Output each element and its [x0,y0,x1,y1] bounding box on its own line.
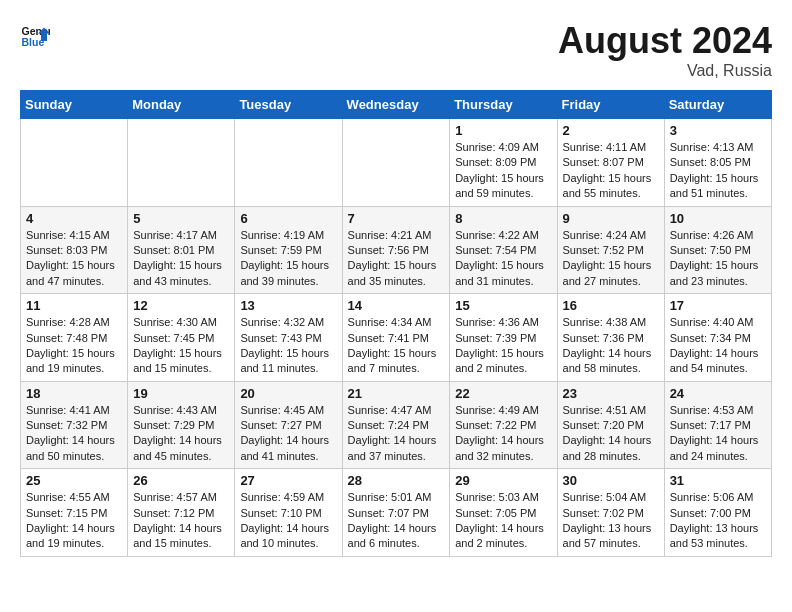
day-info: Sunrise: 4:13 AM Sunset: 8:05 PM Dayligh… [670,140,766,202]
day-number: 29 [455,473,551,488]
calendar-cell: 6Sunrise: 4:19 AM Sunset: 7:59 PM Daylig… [235,206,342,294]
day-number: 12 [133,298,229,313]
day-info: Sunrise: 4:26 AM Sunset: 7:50 PM Dayligh… [670,228,766,290]
day-of-week-header: Saturday [664,91,771,119]
calendar-cell: 18Sunrise: 4:41 AM Sunset: 7:32 PM Dayli… [21,381,128,469]
day-number: 21 [348,386,445,401]
day-info: Sunrise: 4:21 AM Sunset: 7:56 PM Dayligh… [348,228,445,290]
day-info: Sunrise: 4:15 AM Sunset: 8:03 PM Dayligh… [26,228,122,290]
day-number: 10 [670,211,766,226]
day-number: 16 [563,298,659,313]
calendar-cell: 7Sunrise: 4:21 AM Sunset: 7:56 PM Daylig… [342,206,450,294]
calendar-cell: 30Sunrise: 5:04 AM Sunset: 7:02 PM Dayli… [557,469,664,557]
day-info: Sunrise: 4:53 AM Sunset: 7:17 PM Dayligh… [670,403,766,465]
svg-text:Blue: Blue [22,36,45,48]
calendar-cell: 9Sunrise: 4:24 AM Sunset: 7:52 PM Daylig… [557,206,664,294]
calendar-week-row: 25Sunrise: 4:55 AM Sunset: 7:15 PM Dayli… [21,469,772,557]
calendar-cell: 5Sunrise: 4:17 AM Sunset: 8:01 PM Daylig… [128,206,235,294]
calendar-week-row: 11Sunrise: 4:28 AM Sunset: 7:48 PM Dayli… [21,294,772,382]
day-number: 7 [348,211,445,226]
calendar-cell: 2Sunrise: 4:11 AM Sunset: 8:07 PM Daylig… [557,119,664,207]
day-info: Sunrise: 4:24 AM Sunset: 7:52 PM Dayligh… [563,228,659,290]
day-info: Sunrise: 4:28 AM Sunset: 7:48 PM Dayligh… [26,315,122,377]
calendar-cell: 26Sunrise: 4:57 AM Sunset: 7:12 PM Dayli… [128,469,235,557]
day-info: Sunrise: 4:32 AM Sunset: 7:43 PM Dayligh… [240,315,336,377]
day-info: Sunrise: 4:45 AM Sunset: 7:27 PM Dayligh… [240,403,336,465]
day-number: 18 [26,386,122,401]
day-number: 1 [455,123,551,138]
calendar-cell: 15Sunrise: 4:36 AM Sunset: 7:39 PM Dayli… [450,294,557,382]
calendar-week-row: 4Sunrise: 4:15 AM Sunset: 8:03 PM Daylig… [21,206,772,294]
day-number: 31 [670,473,766,488]
calendar-cell: 23Sunrise: 4:51 AM Sunset: 7:20 PM Dayli… [557,381,664,469]
day-of-week-header: Friday [557,91,664,119]
calendar-cell: 20Sunrise: 4:45 AM Sunset: 7:27 PM Dayli… [235,381,342,469]
day-info: Sunrise: 4:59 AM Sunset: 7:10 PM Dayligh… [240,490,336,552]
day-info: Sunrise: 4:47 AM Sunset: 7:24 PM Dayligh… [348,403,445,465]
day-info: Sunrise: 4:41 AM Sunset: 7:32 PM Dayligh… [26,403,122,465]
day-number: 22 [455,386,551,401]
day-info: Sunrise: 4:09 AM Sunset: 8:09 PM Dayligh… [455,140,551,202]
day-number: 4 [26,211,122,226]
day-number: 25 [26,473,122,488]
page-header: General Blue August 2024 Vad, Russia [20,20,772,80]
calendar-cell [21,119,128,207]
day-of-week-header: Monday [128,91,235,119]
calendar-cell: 14Sunrise: 4:34 AM Sunset: 7:41 PM Dayli… [342,294,450,382]
day-number: 27 [240,473,336,488]
calendar-week-row: 1Sunrise: 4:09 AM Sunset: 8:09 PM Daylig… [21,119,772,207]
day-info: Sunrise: 4:49 AM Sunset: 7:22 PM Dayligh… [455,403,551,465]
calendar-cell: 29Sunrise: 5:03 AM Sunset: 7:05 PM Dayli… [450,469,557,557]
day-info: Sunrise: 4:36 AM Sunset: 7:39 PM Dayligh… [455,315,551,377]
day-number: 13 [240,298,336,313]
day-info: Sunrise: 4:17 AM Sunset: 8:01 PM Dayligh… [133,228,229,290]
day-number: 3 [670,123,766,138]
logo: General Blue [20,20,50,50]
calendar-cell: 19Sunrise: 4:43 AM Sunset: 7:29 PM Dayli… [128,381,235,469]
day-number: 24 [670,386,766,401]
day-number: 30 [563,473,659,488]
calendar-cell: 11Sunrise: 4:28 AM Sunset: 7:48 PM Dayli… [21,294,128,382]
day-number: 2 [563,123,659,138]
calendar-cell [342,119,450,207]
calendar-cell: 13Sunrise: 4:32 AM Sunset: 7:43 PM Dayli… [235,294,342,382]
day-info: Sunrise: 4:40 AM Sunset: 7:34 PM Dayligh… [670,315,766,377]
calendar-cell: 27Sunrise: 4:59 AM Sunset: 7:10 PM Dayli… [235,469,342,557]
calendar-cell: 25Sunrise: 4:55 AM Sunset: 7:15 PM Dayli… [21,469,128,557]
calendar-cell [128,119,235,207]
day-number: 26 [133,473,229,488]
calendar-cell: 12Sunrise: 4:30 AM Sunset: 7:45 PM Dayli… [128,294,235,382]
title-block: August 2024 Vad, Russia [558,20,772,80]
day-info: Sunrise: 4:43 AM Sunset: 7:29 PM Dayligh… [133,403,229,465]
day-number: 15 [455,298,551,313]
day-of-week-header: Thursday [450,91,557,119]
day-of-week-header: Wednesday [342,91,450,119]
day-info: Sunrise: 5:06 AM Sunset: 7:00 PM Dayligh… [670,490,766,552]
day-info: Sunrise: 4:57 AM Sunset: 7:12 PM Dayligh… [133,490,229,552]
day-info: Sunrise: 4:22 AM Sunset: 7:54 PM Dayligh… [455,228,551,290]
calendar-cell: 28Sunrise: 5:01 AM Sunset: 7:07 PM Dayli… [342,469,450,557]
day-number: 20 [240,386,336,401]
day-of-week-header: Sunday [21,91,128,119]
calendar-header-row: SundayMondayTuesdayWednesdayThursdayFrid… [21,91,772,119]
day-info: Sunrise: 5:04 AM Sunset: 7:02 PM Dayligh… [563,490,659,552]
day-info: Sunrise: 5:01 AM Sunset: 7:07 PM Dayligh… [348,490,445,552]
calendar-cell: 22Sunrise: 4:49 AM Sunset: 7:22 PM Dayli… [450,381,557,469]
day-number: 5 [133,211,229,226]
day-number: 17 [670,298,766,313]
day-of-week-header: Tuesday [235,91,342,119]
day-info: Sunrise: 4:11 AM Sunset: 8:07 PM Dayligh… [563,140,659,202]
calendar-cell: 31Sunrise: 5:06 AM Sunset: 7:00 PM Dayli… [664,469,771,557]
day-info: Sunrise: 4:34 AM Sunset: 7:41 PM Dayligh… [348,315,445,377]
day-info: Sunrise: 4:51 AM Sunset: 7:20 PM Dayligh… [563,403,659,465]
logo-icon: General Blue [20,20,50,50]
day-number: 23 [563,386,659,401]
day-info: Sunrise: 5:03 AM Sunset: 7:05 PM Dayligh… [455,490,551,552]
calendar-cell: 24Sunrise: 4:53 AM Sunset: 7:17 PM Dayli… [664,381,771,469]
calendar-cell: 1Sunrise: 4:09 AM Sunset: 8:09 PM Daylig… [450,119,557,207]
calendar-cell: 16Sunrise: 4:38 AM Sunset: 7:36 PM Dayli… [557,294,664,382]
day-number: 28 [348,473,445,488]
location-subtitle: Vad, Russia [558,62,772,80]
calendar-cell [235,119,342,207]
day-info: Sunrise: 4:30 AM Sunset: 7:45 PM Dayligh… [133,315,229,377]
